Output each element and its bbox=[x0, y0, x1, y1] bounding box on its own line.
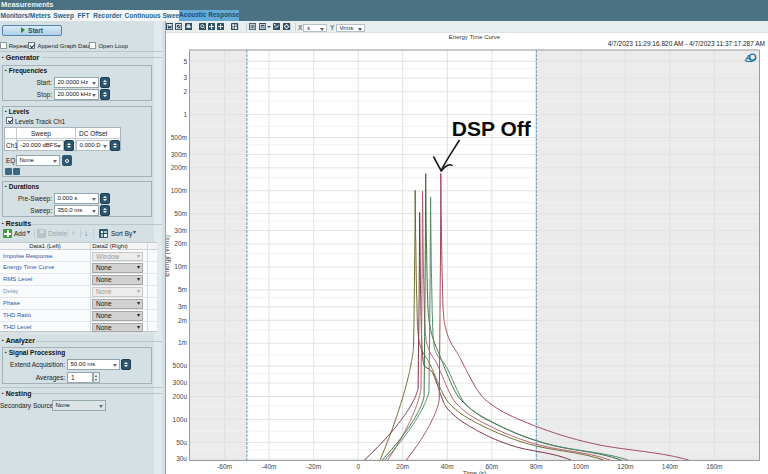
svg-text:20m: 20m bbox=[174, 240, 187, 247]
svg-text:300u: 300u bbox=[173, 379, 188, 386]
svg-text:500u: 500u bbox=[173, 362, 188, 369]
svg-text:200u: 200u bbox=[173, 393, 188, 400]
svg-text:Time (s): Time (s) bbox=[463, 470, 487, 474]
svg-text:300m: 300m bbox=[171, 151, 187, 158]
svg-text:140m: 140m bbox=[662, 463, 678, 470]
svg-text:Energy (Vrms): Energy (Vrms) bbox=[166, 235, 171, 277]
svg-text:40m: 40m bbox=[441, 463, 454, 470]
svg-text:5: 5 bbox=[183, 58, 187, 65]
svg-text:2: 2 bbox=[183, 88, 187, 95]
svg-text:2m: 2m bbox=[178, 317, 187, 324]
svg-text:100m: 100m bbox=[171, 187, 187, 194]
svg-text:-60m: -60m bbox=[217, 463, 232, 470]
svg-text:60m: 60m bbox=[485, 463, 498, 470]
svg-text:160m: 160m bbox=[706, 463, 722, 470]
svg-text:1: 1 bbox=[183, 111, 187, 118]
svg-text:20m: 20m bbox=[396, 463, 409, 470]
svg-text:30m: 30m bbox=[174, 227, 187, 234]
svg-text:3m: 3m bbox=[178, 303, 187, 310]
svg-text:100m: 100m bbox=[573, 463, 589, 470]
svg-text:5m: 5m bbox=[178, 286, 187, 293]
svg-text:80m: 80m bbox=[530, 463, 543, 470]
svg-text:100u: 100u bbox=[173, 416, 188, 423]
svg-text:120m: 120m bbox=[617, 463, 633, 470]
svg-text:0: 0 bbox=[356, 463, 360, 470]
svg-text:3: 3 bbox=[183, 74, 187, 81]
svg-text:-40m: -40m bbox=[262, 463, 277, 470]
svg-text:50m: 50m bbox=[174, 210, 187, 217]
svg-text:30u: 30u bbox=[176, 455, 187, 462]
svg-text:10m: 10m bbox=[174, 263, 187, 270]
svg-text:200m: 200m bbox=[171, 164, 187, 171]
svg-text:-20m: -20m bbox=[306, 463, 321, 470]
svg-text:500m: 500m bbox=[171, 134, 187, 141]
svg-text:50u: 50u bbox=[176, 439, 187, 446]
svg-text:1m: 1m bbox=[178, 339, 187, 346]
